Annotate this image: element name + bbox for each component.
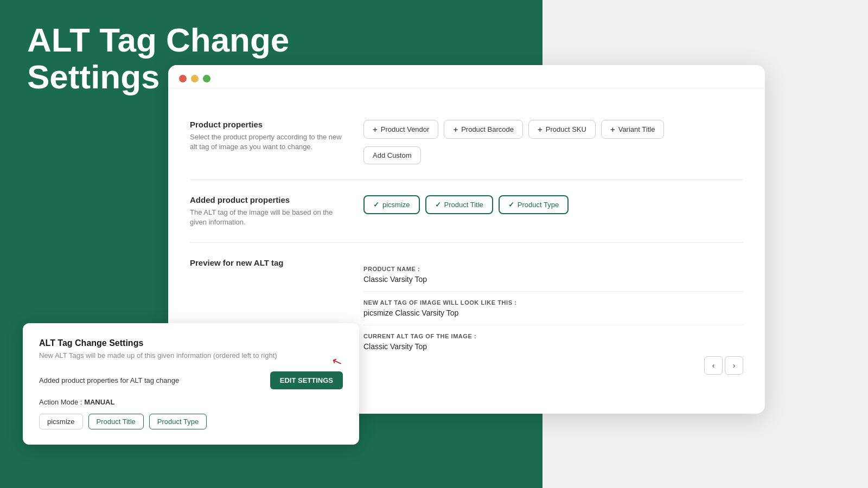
property-buttons-group: + Product Vendor + Product Barcode + Pro… [363, 120, 743, 164]
product-properties-title: Product properties [190, 120, 342, 129]
btn-variant-title[interactable]: + Variant Title [601, 120, 664, 139]
product-properties-controls: + Product Vendor + Product Barcode + Pro… [363, 120, 743, 164]
window-titlebar [168, 65, 765, 88]
btn-add-custom[interactable]: Add Custom [363, 146, 421, 164]
preview-current-alt: CURRENT ALT TAG OF THE IMAGE : Classic V… [363, 325, 743, 382]
dot-green[interactable] [203, 75, 210, 82]
tag-product-title[interactable]: ✓ Product Title [425, 195, 493, 214]
popup-card: ALT Tag Change Settings New ALT Tags wil… [23, 323, 359, 445]
popup-tag-picsmize: picsmize [39, 414, 83, 429]
added-properties-title: Added product properties [190, 195, 342, 204]
btn-product-vendor[interactable]: + Product Vendor [363, 120, 438, 139]
popup-tag-product-type: Product Type [149, 414, 207, 429]
popup-tag-product-title: Product Title [88, 414, 144, 429]
nav-next-button[interactable]: › [725, 356, 743, 375]
btn-product-sku[interactable]: + Product SKU [528, 120, 596, 139]
popup-title: ALT Tag Change Settings [39, 338, 343, 348]
tag-product-type[interactable]: ✓ Product Type [499, 195, 569, 214]
dot-red[interactable] [179, 75, 187, 82]
edit-settings-button[interactable]: EDIT SETTINGS [270, 371, 343, 389]
popup-row-label: Added product properties for ALT tag cha… [39, 376, 179, 384]
popup-tags-group: picsmize Product Title Product Type [39, 414, 343, 429]
preview-nav: ‹ › [363, 356, 743, 375]
popup-action-mode: Action Mode : MANUAL [39, 398, 343, 406]
preview-product-name: PRODUCT NAME : Classic Varsity Top [363, 258, 743, 292]
preview-block: PRODUCT NAME : Classic Varsity Top NEW A… [363, 258, 743, 382]
popup-subtitle: New ALT Tags will be made up of this giv… [39, 351, 343, 359]
product-properties-section: Product properties Select the product pr… [190, 105, 743, 180]
dot-yellow[interactable] [191, 75, 199, 82]
added-properties-section: Added product properties The ALT tag of … [190, 180, 743, 243]
btn-product-barcode[interactable]: + Product Barcode [444, 120, 523, 139]
product-properties-desc: Select the product property according to… [190, 132, 342, 152]
preview-controls: PRODUCT NAME : Classic Varsity Top NEW A… [363, 258, 743, 382]
nav-prev-button[interactable]: ‹ [704, 356, 723, 375]
added-properties-controls: ✓ picsmize ✓ Product Title ✓ Product Typ… [363, 195, 743, 214]
preview-new-alt: NEW ALT TAG OF IMAGE WILL LOOK LIKE THIS… [363, 292, 743, 325]
added-properties-desc: The ALT tag of the image will be based o… [190, 208, 342, 227]
tag-picsmize[interactable]: ✓ picsmize [363, 195, 420, 214]
popup-row: Added product properties for ALT tag cha… [39, 371, 343, 389]
added-tags-group: ✓ picsmize ✓ Product Title ✓ Product Typ… [363, 195, 743, 214]
preview-title: Preview for new ALT tag [190, 258, 342, 267]
